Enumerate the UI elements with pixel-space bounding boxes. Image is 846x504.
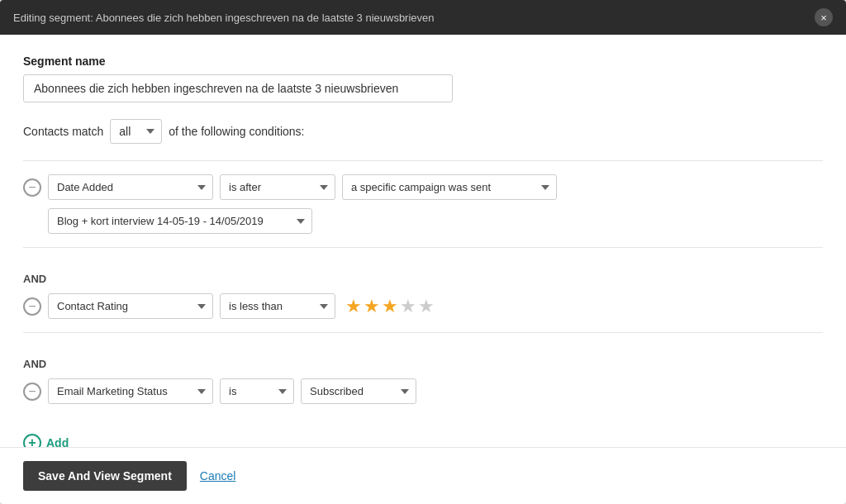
segment-name-label: Segment name — [23, 55, 823, 68]
condition-2-field-select[interactable]: Contact Rating — [48, 293, 213, 319]
match-select[interactable]: all any — [110, 119, 162, 144]
star-3[interactable]: ★ — [382, 296, 398, 317]
condition-1-field-select[interactable]: Date Added — [48, 174, 213, 200]
modal-header: Editing segment: Abonnees die zich hebbe… — [0, 0, 846, 35]
segment-name-input[interactable] — [23, 74, 453, 102]
condition-2-and-label: AND — [23, 273, 823, 285]
condition-1-campaign-select[interactable]: Blog + kort interview 14-05-19 - 14/05/2… — [48, 208, 312, 234]
star-2[interactable]: ★ — [364, 296, 380, 317]
save-button[interactable]: Save And View Segment — [23, 461, 187, 491]
condition-row-1: − Date Added is after is before a specif… — [23, 174, 823, 200]
contacts-match-prefix: Contacts match — [23, 125, 103, 138]
condition-block-3: AND − Email Marketing Status is is not S… — [23, 332, 823, 417]
condition-block-1: − Date Added is after is before a specif… — [23, 160, 823, 247]
condition-1-operator-select[interactable]: is after is before — [220, 174, 335, 200]
condition-row-2: − Contact Rating is less than is greater… — [23, 293, 823, 319]
close-button[interactable]: × — [815, 8, 833, 26]
remove-condition-3-button[interactable]: − — [23, 383, 41, 401]
add-label: Add — [46, 436, 69, 447]
segment-editor-modal: Editing segment: Abonnees die zich hebbe… — [0, 0, 846, 504]
star-4[interactable]: ★ — [400, 296, 416, 317]
star-rating[interactable]: ★ ★ ★ ★ ★ — [345, 296, 435, 317]
condition-1-sub-row: Blog + kort interview 14-05-19 - 14/05/2… — [48, 208, 823, 234]
condition-3-operator-select[interactable]: is is not — [220, 378, 294, 404]
add-icon: + — [23, 434, 41, 447]
remove-condition-1-button[interactable]: − — [23, 178, 41, 197]
condition-3-value-select[interactable]: Subscribed Unsubscribed Pending — [301, 378, 416, 404]
contacts-match-row: Contacts match all any of the following … — [23, 119, 823, 144]
add-condition-row[interactable]: + Add — [23, 434, 823, 447]
remove-condition-2-button[interactable]: − — [23, 297, 41, 316]
condition-row-3: − Email Marketing Status is is not Subsc… — [23, 378, 823, 404]
condition-1-value-select[interactable]: a specific campaign was sent today a spe… — [342, 174, 557, 200]
modal-footer: Save And View Segment Cancel — [0, 447, 846, 504]
modal-title: Editing segment: Abonnees die zich hebbe… — [13, 12, 435, 24]
condition-2-operator-select[interactable]: is less than is greater than is equal to — [220, 293, 335, 319]
star-5[interactable]: ★ — [418, 296, 435, 317]
condition-3-field-select[interactable]: Email Marketing Status — [48, 378, 213, 404]
star-1[interactable]: ★ — [345, 296, 362, 317]
cancel-button[interactable]: Cancel — [200, 469, 236, 483]
condition-block-2: AND − Contact Rating is less than is gre… — [23, 247, 823, 332]
contacts-match-suffix: of the following conditions: — [169, 125, 304, 138]
condition-3-and-label: AND — [23, 358, 823, 370]
modal-body: Segment name Contacts match all any of t… — [0, 35, 846, 447]
